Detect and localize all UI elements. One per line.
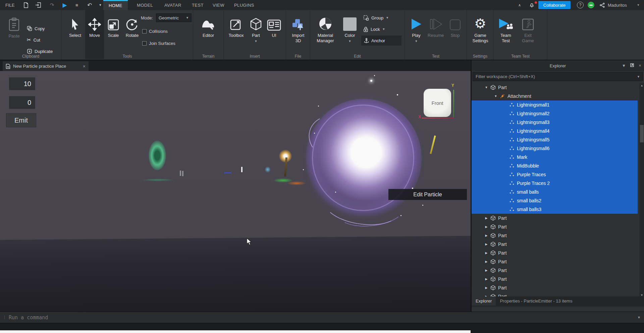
tree-row-lightningsmall1[interactable]: Lightningsmall1: [472, 101, 638, 109]
command-input[interactable]: [9, 315, 634, 321]
command-bar-grip[interactable]: ⋮: [0, 315, 9, 320]
menu-tab-home[interactable]: HOME: [103, 0, 128, 10]
expander-open-icon[interactable]: ▼: [484, 86, 488, 89]
expander-closed-icon[interactable]: ▶: [484, 234, 488, 237]
expander-closed-icon[interactable]: ▶: [484, 225, 488, 228]
expander-closed-icon[interactable]: ▶: [484, 277, 488, 281]
move-tool-button[interactable]: Move: [85, 10, 104, 59]
copy-button[interactable]: Copy: [27, 24, 45, 33]
collaborate-button[interactable]: Collaborate: [538, 1, 571, 9]
play-button[interactable]: Play ▼: [408, 13, 425, 43]
resume-button[interactable]: Resume: [426, 13, 446, 38]
user-menu-caret-icon[interactable]: ▼: [633, 0, 643, 10]
part-button[interactable]: Part ▼: [248, 13, 264, 43]
tree-row-lightningsmall5[interactable]: Lightningsmall5: [472, 135, 638, 144]
tree-row-lightningsmall6[interactable]: Lightningsmall6: [472, 144, 638, 153]
tree-row-purple-traces[interactable]: Purple Traces: [472, 170, 638, 179]
rotate-tool-button[interactable]: Rotate: [123, 13, 142, 38]
emit-button[interactable]: Emit: [6, 113, 36, 127]
explorer-scrollbar[interactable]: ▲ ▼: [639, 83, 644, 297]
command-bar-caret-icon[interactable]: ▼: [634, 316, 644, 319]
tree-row-part[interactable]: ▼Part: [472, 83, 638, 92]
tree-row-part[interactable]: ▶Part: [472, 231, 638, 240]
status-tab-properties[interactable]: Properties - ParticleEmitter - 13 items: [496, 296, 576, 306]
viewport-3d[interactable]: Emit Edit Particle Front Y X: [0, 71, 471, 312]
cut-button[interactable]: ✂ Cut: [27, 36, 40, 44]
edit-particle-button[interactable]: Edit Particle: [388, 189, 467, 200]
redo-icon[interactable]: ↷: [47, 0, 57, 10]
game-settings-button[interactable]: ⚙ GameSettings: [470, 13, 491, 44]
select-tool-button[interactable]: Select: [66, 13, 85, 38]
tree-row-small-balls3[interactable]: small balls3: [472, 205, 638, 214]
workspace-filter-input[interactable]: Filter workspace (Ctrl+Shift+X) ▼: [473, 72, 643, 81]
join-surfaces-checkbox[interactable]: Join Surfaces: [142, 41, 175, 46]
expander-closed-icon[interactable]: ▶: [484, 216, 488, 220]
material-manager-button[interactable]: MaterialManager: [314, 13, 337, 44]
scale-tool-button[interactable]: Scale: [105, 13, 122, 38]
play-caret-icon[interactable]: ▼: [415, 40, 418, 43]
tree-row-part[interactable]: ▶Part: [472, 249, 638, 257]
tree-row-part[interactable]: ▶Part: [472, 240, 638, 249]
tree-row-mark[interactable]: Mark: [472, 153, 638, 161]
expander-open-icon[interactable]: ▼: [494, 94, 498, 98]
tab-close-icon[interactable]: ×: [83, 64, 86, 69]
menu-tab-avatar[interactable]: AVATAR: [159, 0, 187, 10]
tree-row-part[interactable]: ▶Part: [472, 222, 638, 231]
menu-tab-plugins[interactable]: PLUGINS: [229, 0, 260, 10]
mode-dropdown[interactable]: Geometric ▼: [156, 13, 192, 22]
stop-icon[interactable]: ■: [72, 0, 82, 10]
scroll-up-icon[interactable]: ▲: [639, 83, 644, 88]
team-test-button[interactable]: TeamTest: [496, 13, 515, 44]
count-input[interactable]: [9, 96, 36, 109]
expander-closed-icon[interactable]: ▶: [484, 286, 488, 289]
exit-game-button[interactable]: ExitGame: [519, 13, 537, 44]
explorer-header[interactable]: Explorer ▼ ×: [472, 60, 644, 71]
tree-row-part[interactable]: ▶Part: [472, 283, 638, 292]
panel-undock-icon[interactable]: [628, 63, 636, 68]
group-button[interactable]: Group ▼: [363, 13, 389, 22]
menu-tab-test[interactable]: TEST: [186, 0, 209, 10]
panel-close-icon[interactable]: ×: [636, 63, 644, 68]
lock-button[interactable]: Lock ▼: [363, 25, 385, 34]
status-tab-explorer[interactable]: Explorer: [472, 296, 496, 306]
username-label[interactable]: Maduritos: [608, 0, 627, 10]
tree-row-midbubble[interactable]: MidBubble: [472, 161, 638, 170]
collapse-ribbon-icon[interactable]: ∧: [515, 0, 525, 10]
ui-button[interactable]: UI: [267, 13, 281, 38]
tree-row-part[interactable]: ▶Part: [472, 266, 638, 275]
expander-closed-icon[interactable]: ▶: [484, 251, 488, 255]
tree-row-lightningsmall3[interactable]: Lightningsmall3: [472, 118, 638, 127]
tree-row-part[interactable]: ▶Part: [472, 214, 638, 222]
part-caret-icon[interactable]: ▼: [255, 40, 258, 43]
play-icon[interactable]: ▶: [60, 0, 70, 10]
tree-row-lightningsmall4[interactable]: Lightningsmall4: [472, 127, 638, 135]
terrain-editor-button[interactable]: Editor: [199, 13, 218, 38]
tree-row-purple-traces-2[interactable]: Purple Traces 2: [472, 179, 638, 188]
menu-tab-model[interactable]: MODEL: [131, 0, 158, 10]
color-caret-icon[interactable]: ▼: [348, 40, 352, 43]
new-file-icon[interactable]: [21, 0, 31, 10]
expander-closed-icon[interactable]: ▶: [484, 260, 488, 263]
tree-row-small-balls[interactable]: small balls: [472, 188, 638, 196]
undo-icon[interactable]: ↶: [85, 0, 95, 10]
file-menu[interactable]: FILE: [5, 0, 14, 10]
anchor-button[interactable]: Anchor: [361, 36, 401, 46]
panel-chevron-icon[interactable]: ▼: [620, 63, 628, 68]
tree-row-lightningsmall2[interactable]: Lightningsmall2: [472, 109, 638, 118]
tree-row-part[interactable]: ▶Part: [472, 257, 638, 266]
document-tab[interactable]: New Particle practice Place ×: [3, 61, 89, 71]
expander-closed-icon[interactable]: ▶: [484, 269, 488, 272]
stop-button[interactable]: Stop: [447, 13, 463, 38]
tree-row-part[interactable]: ▶Part: [472, 275, 638, 283]
collisions-checkbox[interactable]: Collisions: [142, 29, 168, 34]
menu-tab-view[interactable]: VIEW: [207, 0, 230, 10]
filter-caret-icon[interactable]: ▼: [637, 75, 640, 78]
paste-button[interactable]: Paste: [4, 14, 24, 39]
presence-status-icon[interactable]: [588, 2, 594, 8]
expander-closed-icon[interactable]: ▶: [484, 243, 488, 246]
color-button[interactable]: Color ▼: [341, 13, 359, 43]
tree-row-small-balls2[interactable]: small balls2: [472, 196, 638, 205]
share-icon[interactable]: [597, 0, 607, 10]
import-3d-button[interactable]: Import3D: [289, 13, 308, 44]
toolbox-button[interactable]: Toolbox: [226, 13, 247, 38]
